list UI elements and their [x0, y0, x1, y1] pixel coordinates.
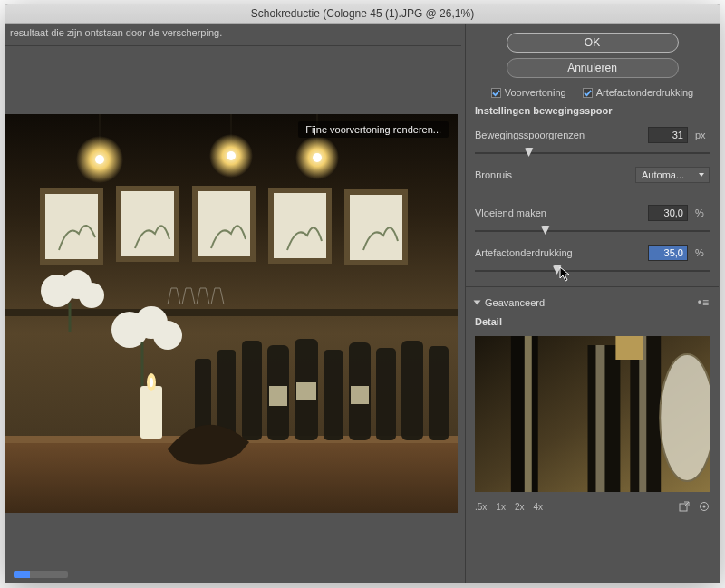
source-noise-row: Bronruis Automa... [475, 167, 710, 183]
section-title: Instellingen bewegingsspoor [475, 105, 710, 116]
svg-rect-31 [324, 350, 343, 440]
smoothing-slider[interactable] [475, 228, 710, 234]
svg-rect-44 [525, 336, 532, 492]
dialog-body: resultaat die zijn ontstaan door de vers… [5, 24, 720, 583]
svg-rect-35 [429, 346, 449, 440]
svg-rect-28 [242, 341, 262, 440]
svg-point-18 [79, 283, 104, 308]
artifact-input[interactable]: 35,0 [648, 245, 688, 261]
right-panel: OK Annuleren Voorvertoning Artefactonder… [465, 24, 720, 583]
titlebar: Schokreductie (Cologne 45 (1).JPG @ 26,1… [5, 4, 720, 24]
svg-rect-10 [43, 191, 101, 262]
zoom-1x[interactable]: 1x [496, 502, 506, 512]
svg-point-21 [153, 321, 182, 350]
svg-point-6 [227, 151, 236, 160]
blur-bounds-label: Bewegingsspoorgrenzen [475, 130, 641, 140]
detail-preview[interactable] [475, 336, 710, 492]
smoothing-row: Vloeiend maken 30,0 % [475, 205, 710, 221]
artifact-label: Artefactonderdrukking [475, 247, 641, 258]
checkbox-row: Voorvertoning Artefactonderdrukking [475, 87, 710, 98]
zoom-05x[interactable]: .5x [475, 502, 487, 512]
blur-bounds-unit: px [695, 130, 710, 140]
preview-checkbox[interactable]: Voorvertoning [491, 87, 566, 98]
smoothing-unit: % [695, 207, 710, 218]
artifact-row: Artefactonderdrukking 35,0 % [475, 245, 710, 261]
blur-bounds-row: Bewegingsspoorgrenzen 31 px [475, 127, 710, 143]
image-preview[interactable]: Fijne voorvertoning renderen... [5, 114, 458, 513]
advanced-label: Geavanceerd [485, 297, 545, 308]
preview-canvas [5, 114, 458, 513]
smoothing-label: Vloeiend maken [475, 207, 641, 218]
svg-rect-33 [376, 348, 396, 440]
svg-rect-11 [119, 188, 177, 259]
detail-label: Detail [475, 316, 710, 327]
render-badge: Fijne voorvertoning renderen... [298, 121, 449, 138]
svg-rect-34 [401, 341, 423, 440]
svg-rect-13 [271, 190, 329, 261]
artifact-slider[interactable] [475, 268, 710, 274]
svg-rect-38 [351, 386, 369, 404]
svg-rect-46 [595, 345, 604, 492]
zoom-4x[interactable]: 4x [533, 502, 543, 512]
source-noise-dropdown[interactable]: Automa... [635, 167, 710, 183]
zoom-row: .5x 1x 2x 4x [475, 501, 710, 512]
ok-button[interactable]: OK [507, 33, 679, 53]
cursor-icon [559, 266, 572, 283]
svg-rect-36 [269, 386, 287, 406]
artifact-checkbox[interactable]: Artefactonderdrukking [583, 87, 694, 98]
source-noise-label: Bronruis [475, 169, 628, 180]
artifact-unit: % [695, 247, 710, 258]
svg-point-54 [703, 506, 706, 508]
left-pane: resultaat die zijn ontstaan door de vers… [5, 24, 465, 583]
svg-rect-43 [511, 336, 538, 492]
blur-bounds-slider[interactable] [475, 150, 710, 156]
undock-icon[interactable] [679, 501, 690, 512]
hint-text: resultaat die zijn ontstaan door de vers… [5, 24, 461, 46]
progress-fill [14, 571, 30, 578]
disclosure-triangle-icon [474, 301, 481, 305]
zoom-2x[interactable]: 2x [515, 502, 525, 512]
artifact-checkbox-label: Artefactonderdrukking [596, 87, 694, 98]
blur-bounds-input[interactable]: 31 [648, 127, 688, 143]
svg-rect-12 [195, 188, 253, 259]
smoothing-input[interactable]: 30,0 [648, 205, 688, 221]
svg-point-9 [313, 153, 322, 162]
svg-rect-15 [5, 309, 458, 316]
advanced-header[interactable]: Geavanceerd •≡ [475, 296, 710, 309]
progress-bar [14, 571, 68, 578]
svg-rect-39 [140, 386, 162, 439]
dialog-window: Schokreductie (Cologne 45 (1).JPG @ 26,1… [5, 4, 720, 583]
preview-checkbox-label: Voorvertoning [505, 87, 566, 98]
cancel-button[interactable]: Annuleren [507, 58, 679, 78]
svg-rect-37 [296, 382, 316, 400]
settings-icon[interactable] [699, 501, 710, 512]
svg-point-41 [150, 378, 153, 387]
panel-menu-icon[interactable]: •≡ [698, 296, 710, 309]
window-title: Schokreductie (Cologne 45 (1).JPG @ 26,1… [251, 7, 474, 20]
svg-point-3 [95, 155, 104, 164]
svg-rect-49 [615, 336, 643, 360]
svg-rect-14 [347, 192, 405, 263]
